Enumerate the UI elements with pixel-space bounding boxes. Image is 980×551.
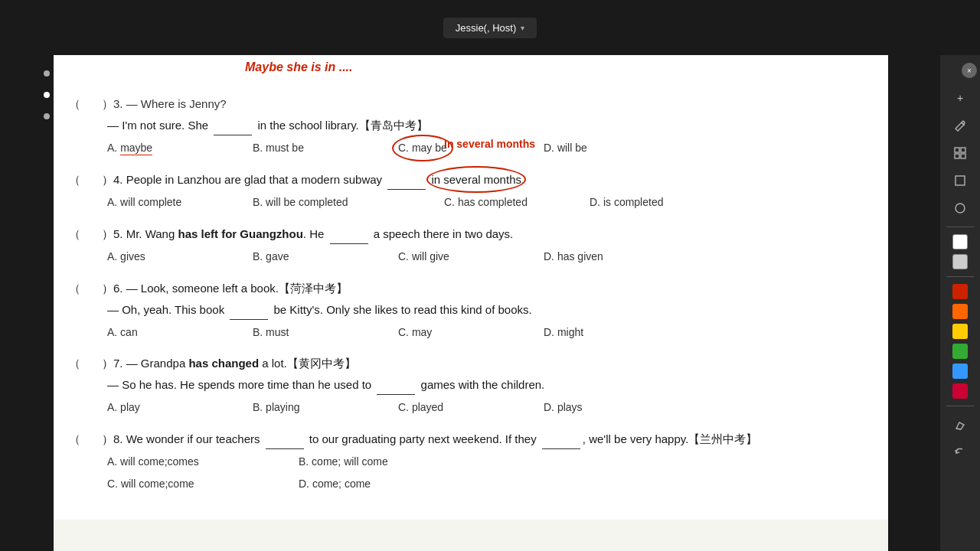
question-8: （ ）8. We wonder if our teachers to our g… <box>69 428 865 494</box>
circle-button[interactable] <box>946 196 974 220</box>
q5-option-c: C. will give <box>398 247 544 266</box>
color-yellow[interactable] <box>952 324 968 339</box>
content-area: Maybe she is in .... In several months （… <box>54 55 888 551</box>
color-blue[interactable] <box>952 364 968 379</box>
q8-option-a: A. will come;comes <box>107 452 299 471</box>
svg-rect-0 <box>955 148 959 152</box>
undo-button[interactable] <box>946 440 974 465</box>
q3-bracket <box>85 93 99 114</box>
dot-3 <box>44 113 50 119</box>
q8-stem1: ）8. We wonder if our teachers to our gra… <box>102 428 757 449</box>
worksheet: Maybe she is in .... In several months （… <box>54 55 888 520</box>
q7-line2: — So he has. He spends more time than he… <box>69 373 865 395</box>
add-button[interactable]: + <box>946 86 974 110</box>
toolbar-divider-2 <box>946 276 974 277</box>
question-4: （ ）4. People in Lanzhou are glad that a … <box>69 168 865 212</box>
q3-blank <box>214 114 252 135</box>
question-5: （ ）5. Mr. Wang has left for Guangzhou. H… <box>69 223 865 266</box>
dot-2 <box>44 92 50 98</box>
q6-line1: （ ）6. — Look, someone left a book.【菏泽中考】 <box>69 278 865 298</box>
q4-stem: ）4. People in Lanzhou are glad that a mo… <box>102 168 524 190</box>
q3-num: ）3. — Where is Jenny? <box>102 93 227 114</box>
q5-option-d: D. has given <box>544 247 689 266</box>
q8-bracket <box>85 429 99 449</box>
q3-option-d: D. will be <box>544 139 689 158</box>
q6-option-a: A. can <box>107 323 253 342</box>
erase-button[interactable] <box>946 412 974 437</box>
chevron-down-icon: ▾ <box>521 24 524 32</box>
toolbar: × + <box>940 55 980 551</box>
host-badge: Jessie(, Host) ▾ <box>443 18 537 38</box>
q4-bracket <box>85 169 99 190</box>
q3-a-text: maybe <box>120 142 152 155</box>
color-red[interactable] <box>952 284 968 299</box>
q8-blank1 <box>266 428 304 449</box>
q7-line1: （ ）7. — Grandpa has changed a lot.【黄冈中考】 <box>69 353 865 373</box>
q8-blank2 <box>542 428 580 449</box>
q4-option-a: A. will complete <box>107 193 253 212</box>
q4-options: A. will complete B. will be completed C.… <box>69 193 865 212</box>
q4-option-d: D. is completed <box>590 193 735 212</box>
color-darkred[interactable] <box>952 383 968 399</box>
q6-option-d: D. might <box>544 323 689 342</box>
q7-stem1: ）7. — Grandpa has changed a lot.【黄冈中考】 <box>102 353 356 373</box>
rect-button[interactable] <box>946 168 974 193</box>
q4-blank <box>387 168 426 190</box>
annotation-q3: Maybe she is in .... <box>245 57 353 79</box>
q5-stem: ）5. Mr. Wang has left for Guangzhou. He … <box>102 223 513 244</box>
top-bar: Jessie(, Host) ▾ <box>0 0 980 55</box>
color-green[interactable] <box>952 344 968 359</box>
q7-bracket <box>85 353 99 373</box>
close-icon[interactable]: × <box>962 63 977 78</box>
pen-button[interactable] <box>946 113 974 138</box>
q8-options-row1: A. will come;comes B. come; will come <box>69 452 865 471</box>
svg-rect-1 <box>961 148 965 152</box>
q3-option-a: A. maybe <box>107 139 253 158</box>
toolbar-divider-3 <box>946 406 974 406</box>
q7-paren-open: （ <box>69 353 80 373</box>
q6-option-b: B. must <box>253 323 398 342</box>
q3-option-b: B. must be <box>253 139 398 158</box>
question-6: （ ）6. — Look, someone left a book.【菏泽中考】… <box>69 278 865 342</box>
q4-line1: （ ）4. People in Lanzhou are glad that a … <box>69 168 865 190</box>
q6-paren-open: （ <box>69 278 80 298</box>
q5-option-b: B. gave <box>253 247 398 266</box>
q8-options-row2: C. will come;come D. come; come <box>69 474 865 494</box>
q6-stem1: ）6. — Look, someone left a book.【菏泽中考】 <box>102 278 348 298</box>
q4-option-b: B. will be completed <box>253 193 444 212</box>
toolbar-divider-1 <box>946 227 974 227</box>
q3-c-text: C. may be <box>398 139 447 158</box>
color-orange[interactable] <box>952 304 968 319</box>
host-label: Jessie(, Host) <box>456 22 516 34</box>
svg-rect-3 <box>961 154 965 158</box>
q3-line2: — I'm not sure. She in the school librar… <box>69 114 865 135</box>
q5-blank <box>330 223 368 244</box>
q7-blank <box>377 373 415 395</box>
svg-rect-4 <box>956 176 965 185</box>
q8-option-b: B. come; will come <box>299 452 490 471</box>
q5-options: A. gives B. gave C. will give D. has giv… <box>69 247 865 266</box>
q6-blank <box>230 298 268 320</box>
q6-bracket <box>85 278 99 298</box>
q4-circled-phrase: in several months <box>431 169 521 190</box>
q8-paren-open: （ <box>69 429 80 449</box>
color-lightgray[interactable] <box>952 254 968 269</box>
q7-option-a: A. play <box>107 398 253 417</box>
svg-rect-2 <box>955 154 959 158</box>
color-white[interactable] <box>952 234 968 249</box>
q5-bracket <box>85 223 99 244</box>
q6-option-c: C. may <box>398 323 544 342</box>
q7-option-c: C. played <box>398 398 544 417</box>
q5-line1: （ ）5. Mr. Wang has left for Guangzhou. H… <box>69 223 865 244</box>
q4-option-c: C. has completed <box>444 193 590 212</box>
dot-1 <box>44 70 50 77</box>
q5-paren-open: （ <box>69 223 80 244</box>
grid-button[interactable] <box>946 141 974 165</box>
q3-paren-open: （ <box>69 93 80 114</box>
q8-option-d: D. come; come <box>299 474 490 494</box>
left-panel <box>40 55 54 551</box>
svg-line-6 <box>956 429 961 429</box>
q5-option-a: A. gives <box>107 247 253 266</box>
q6-line2: — Oh, yeah. This book be Kitty's. Only s… <box>69 298 865 320</box>
question-7: （ ）7. — Grandpa has changed a lot.【黄冈中考】… <box>69 353 865 417</box>
